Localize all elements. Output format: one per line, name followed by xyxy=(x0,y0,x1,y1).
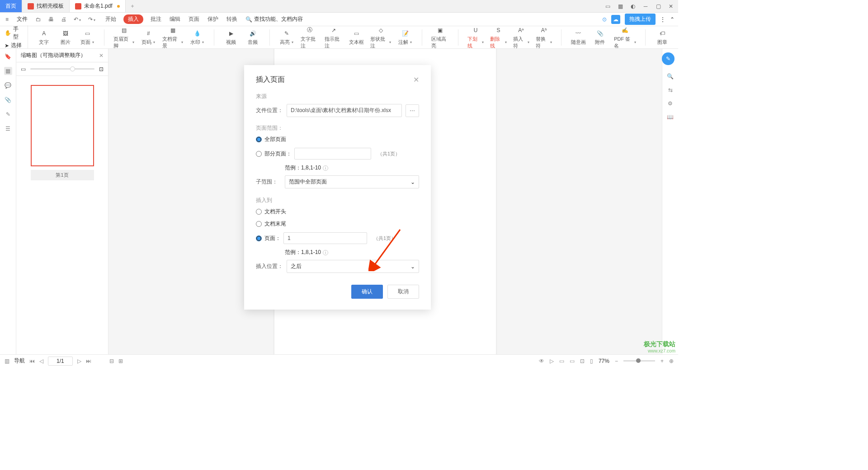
pdf-sign[interactable]: ✍PDF 签名 xyxy=(614,26,636,49)
minimize-icon[interactable]: ─ xyxy=(642,3,649,10)
crop-icon[interactable]: ⊡ xyxy=(580,358,585,364)
book-icon[interactable]: 📖 xyxy=(667,114,674,120)
dialog-close-icon[interactable]: ✕ xyxy=(413,75,419,84)
radio-doc-start[interactable] xyxy=(256,209,262,215)
freehand[interactable]: 〰随意画 xyxy=(571,29,586,46)
single-page-icon[interactable]: ▯ xyxy=(590,358,593,364)
select-mode[interactable]: ➤选择 xyxy=(5,42,23,49)
radio-part-pages[interactable] xyxy=(256,151,262,157)
highlight[interactable]: ✎高亮 xyxy=(279,29,294,46)
note[interactable]: 📝注解 xyxy=(397,29,413,46)
insert-char[interactable]: Aᵃ插入符 xyxy=(513,26,529,49)
strike[interactable]: S删除线 xyxy=(490,26,506,49)
bg[interactable]: ▦文档背景 xyxy=(162,26,183,49)
close-window-icon[interactable]: ✕ xyxy=(667,3,675,10)
collapse-icon[interactable]: ⌃ xyxy=(670,16,675,23)
menu-icon[interactable]: ≡ xyxy=(4,15,10,24)
tab-protect[interactable]: 保护 xyxy=(207,14,219,25)
thumb-expand-icon[interactable]: ⊡ xyxy=(99,66,104,72)
ok-button[interactable]: 确认 xyxy=(351,285,383,299)
page-number[interactable]: 1/1 xyxy=(48,357,73,366)
underline[interactable]: U下划线 xyxy=(467,26,484,49)
nav-icon[interactable]: ▥ xyxy=(5,358,9,364)
page-number[interactable]: #页码 xyxy=(141,29,156,46)
audio[interactable]: 🔊音频 xyxy=(245,29,260,46)
tab-template[interactable]: 找稻壳模板 xyxy=(22,0,70,12)
info-icon[interactable]: i xyxy=(323,165,328,171)
video[interactable]: ▶视频 xyxy=(223,29,239,46)
radio-page[interactable] xyxy=(256,235,262,241)
info-icon-2[interactable]: i xyxy=(323,250,328,255)
more-icon[interactable]: ⋮ xyxy=(660,16,665,23)
thumb-slider[interactable] xyxy=(30,68,94,70)
view1-icon[interactable]: ▭ xyxy=(559,358,564,364)
textbox[interactable]: ▭文本框 xyxy=(349,29,364,46)
image-tool[interactable]: 🖼图片 xyxy=(58,29,73,46)
undo-icon[interactable]: ↶ xyxy=(72,15,83,24)
user-icon[interactable]: ◐ xyxy=(629,3,637,10)
file-path-input[interactable]: D:\tools\桌面\素材\文档素材\日期年份.xlsx xyxy=(287,104,402,117)
search-box[interactable]: 🔍 查找功能、文档内容 xyxy=(245,15,303,23)
fullscreen-icon[interactable]: ⊕ xyxy=(669,358,674,364)
tab-convert[interactable]: 转换 xyxy=(226,14,238,25)
open-icon[interactable]: 🗀 xyxy=(34,15,43,24)
save-icon[interactable]: 🖶 xyxy=(47,15,56,24)
tab-add[interactable]: ＋ xyxy=(126,0,139,12)
find-icon[interactable]: 🔍 xyxy=(667,73,674,80)
tab-start[interactable]: 开始 xyxy=(104,14,117,25)
browse-button[interactable]: ⋯ xyxy=(406,104,419,117)
maximize-icon[interactable]: ▢ xyxy=(655,3,662,10)
layout-icon[interactable]: ▭ xyxy=(604,3,611,10)
file-menu[interactable]: 文件 xyxy=(14,15,30,23)
play-icon[interactable]: ▷ xyxy=(550,358,554,364)
tab-document[interactable]: 未命名1.pdf xyxy=(70,0,126,12)
instruct-annot[interactable]: ↗指示批注 xyxy=(325,26,342,49)
redo-icon[interactable]: ↷ xyxy=(86,15,97,24)
fab-button[interactable]: ✎ xyxy=(662,52,675,65)
insert-pos-select[interactable]: 之后⌄ xyxy=(287,260,419,273)
radio-doc-end[interactable] xyxy=(256,221,262,227)
first-page-icon[interactable]: ⏮ xyxy=(29,358,35,364)
tab-insert[interactable]: 插入 xyxy=(123,14,143,24)
thumbnail-icon[interactable]: ▦ xyxy=(4,67,12,75)
replace-char[interactable]: Aᵇ替换符 xyxy=(536,26,552,49)
fit-page-icon[interactable]: ⊞ xyxy=(118,358,123,364)
hand-mode[interactable]: ✋手型 xyxy=(5,25,23,41)
thumb-tool-icon[interactable]: ▭ xyxy=(21,66,26,72)
header-footer[interactable]: ▤页眉页脚 xyxy=(113,26,134,49)
view2-icon[interactable]: ▭ xyxy=(570,358,575,364)
print-icon[interactable]: 🖨 xyxy=(59,15,68,24)
page-tool[interactable]: ▭页面 xyxy=(80,29,95,46)
prev-page-icon[interactable]: ◁ xyxy=(39,358,43,364)
tab-annotate[interactable]: 批注 xyxy=(150,14,162,25)
bookmark-icon[interactable]: 🔖 xyxy=(4,52,12,61)
upload-button[interactable]: 拖拽上传 xyxy=(625,14,656,25)
subrange-select[interactable]: 范围中全部页面⌄ xyxy=(285,175,419,188)
area-hl[interactable]: ▣区域高亮 xyxy=(431,26,449,49)
close-panel-icon[interactable]: ✕ xyxy=(99,52,104,59)
stamp[interactable]: 🏷图章 xyxy=(655,29,670,46)
cancel-button[interactable]: 取消 xyxy=(387,285,419,299)
zoom-slider[interactable] xyxy=(623,360,655,362)
watermark[interactable]: 💧水印 xyxy=(189,29,205,46)
fit-width-icon[interactable]: ⊟ xyxy=(109,358,114,364)
tab-home[interactable]: 首页 xyxy=(0,0,22,12)
attachment[interactable]: 📎附件 xyxy=(592,29,608,46)
settings-icon[interactable]: ⚙ xyxy=(668,100,673,107)
text-annot[interactable]: Ⓐ文字批注 xyxy=(301,26,318,49)
eye-icon[interactable]: 👁 xyxy=(539,358,544,364)
attach-icon[interactable]: 📎 xyxy=(4,96,12,104)
text-tool[interactable]: A文字 xyxy=(36,29,52,46)
zoom-out-icon[interactable]: − xyxy=(615,358,618,364)
thumbnail-page-1[interactable]: 第1页 xyxy=(31,85,94,180)
radio-all-pages[interactable] xyxy=(256,136,262,142)
cloud-icon[interactable]: ☁ xyxy=(611,15,620,24)
transform-icon[interactable]: ⇆ xyxy=(668,87,673,93)
page-input[interactable] xyxy=(283,232,367,244)
last-page-icon[interactable]: ⏭ xyxy=(86,358,91,364)
layers-icon[interactable]: ☰ xyxy=(4,125,12,133)
comment-icon[interactable]: 💬 xyxy=(4,81,12,89)
sign-icon[interactable]: ✎ xyxy=(4,110,12,118)
zoom-in-icon[interactable]: + xyxy=(660,358,664,364)
next-page-icon[interactable]: ▷ xyxy=(77,358,81,364)
